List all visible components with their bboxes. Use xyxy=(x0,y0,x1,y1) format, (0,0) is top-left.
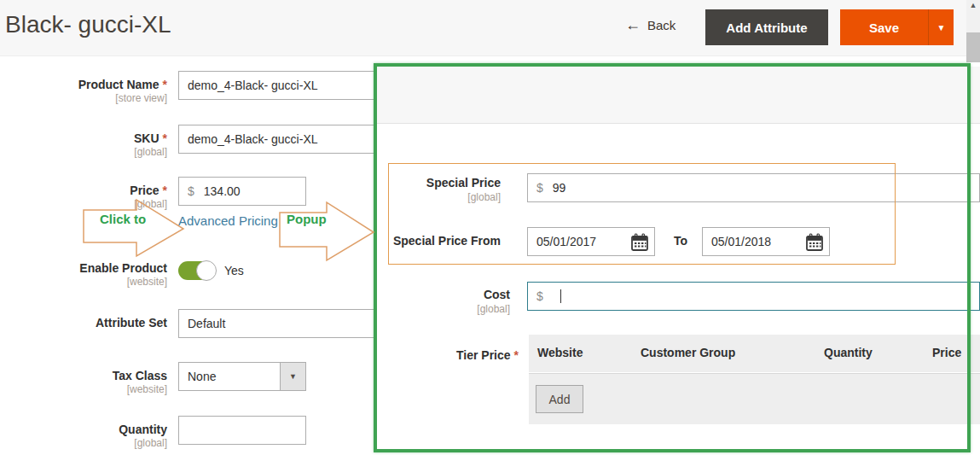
tier-price-add-row: Add xyxy=(529,373,980,424)
required-asterisk: * xyxy=(163,131,167,145)
quantity-input[interactable] xyxy=(178,416,306,445)
tier-price-table-header: Website Customer Group Quantity Price xyxy=(529,335,980,372)
tax-class-label: Tax Class xyxy=(0,369,167,382)
currency-prefix: $ xyxy=(536,181,543,195)
product-name-scope: [store view] xyxy=(0,92,167,104)
advanced-pricing-link[interactable]: Advanced Pricing xyxy=(178,213,278,228)
special-price-to-input[interactable]: 05/01/2018 xyxy=(702,227,830,256)
calendar-icon[interactable] xyxy=(629,232,650,253)
enable-product-toggle[interactable] xyxy=(178,261,216,280)
back-button[interactable]: ← Back xyxy=(625,17,676,32)
special-price-scope: [global] xyxy=(377,191,501,203)
required-asterisk: * xyxy=(163,78,167,91)
save-dropdown-caret-icon[interactable]: ▼ xyxy=(929,9,954,45)
popup-header xyxy=(377,67,980,124)
product-name-label: Product Name* xyxy=(0,78,167,91)
chevron-down-icon[interactable]: ▼ xyxy=(280,363,305,390)
required-asterisk: * xyxy=(163,184,167,197)
quantity-scope: [global] xyxy=(0,437,167,449)
back-label: Back xyxy=(647,18,676,32)
sku-scope: [global] xyxy=(0,146,167,158)
quantity-label: Quantity xyxy=(0,423,167,436)
page-header: Black- gucci-XL ← Back Add Attribute Sav… xyxy=(0,0,980,56)
tax-class-scope: [website] xyxy=(0,383,167,395)
attribute-set-label: Attribute Set xyxy=(0,316,167,330)
price-scope: [global] xyxy=(0,198,167,210)
enable-product-value: Yes xyxy=(224,264,244,277)
price-input[interactable]: $ 134.00 xyxy=(178,177,306,206)
special-price-input[interactable]: $ 99 xyxy=(527,173,980,202)
toggle-knob[interactable] xyxy=(196,260,217,281)
special-price-label: Special Price xyxy=(377,176,501,190)
advanced-pricing-popup: Special Price [global] $ 99 Special Pric… xyxy=(377,67,980,455)
page-scrollbar[interactable]: ▲ xyxy=(966,0,980,62)
to-label: To xyxy=(674,234,699,248)
tier-col-customer-group: Customer Group xyxy=(641,346,735,359)
page-title: Black- gucci-XL xyxy=(5,11,171,38)
back-arrow-icon: ← xyxy=(625,17,641,32)
tier-price-label: Tier Price* xyxy=(377,348,519,362)
tier-add-button[interactable]: Add xyxy=(536,385,583,413)
currency-prefix: $ xyxy=(536,289,543,303)
tier-col-quantity: Quantity xyxy=(824,346,873,359)
save-label[interactable]: Save xyxy=(840,9,929,45)
special-price-from-input[interactable]: 05/01/2017 xyxy=(527,227,655,256)
cost-input[interactable]: $ xyxy=(527,282,980,311)
cost-label: Cost xyxy=(377,288,510,301)
tier-col-website: Website xyxy=(537,346,583,359)
currency-prefix: $ xyxy=(188,184,194,198)
enable-product-label: Enable Product xyxy=(0,261,167,275)
save-button[interactable]: Save ▼ xyxy=(840,9,954,45)
enable-product-scope: [website] xyxy=(0,276,167,288)
scrollbar-thumb[interactable] xyxy=(966,32,980,62)
required-asterisk: * xyxy=(514,348,519,362)
sku-label: SKU* xyxy=(0,131,167,145)
add-attribute-button[interactable]: Add Attribute xyxy=(705,9,828,45)
price-label: Price* xyxy=(0,184,167,197)
tax-class-select[interactable]: None ▼ xyxy=(178,362,306,391)
scrollbar-up-icon[interactable]: ▲ xyxy=(966,1,980,9)
text-cursor xyxy=(560,289,562,303)
tier-col-price: Price xyxy=(932,346,961,359)
cost-scope: [global] xyxy=(377,303,510,315)
calendar-icon[interactable] xyxy=(804,232,825,253)
special-price-from-label: Special Price From xyxy=(377,234,501,248)
